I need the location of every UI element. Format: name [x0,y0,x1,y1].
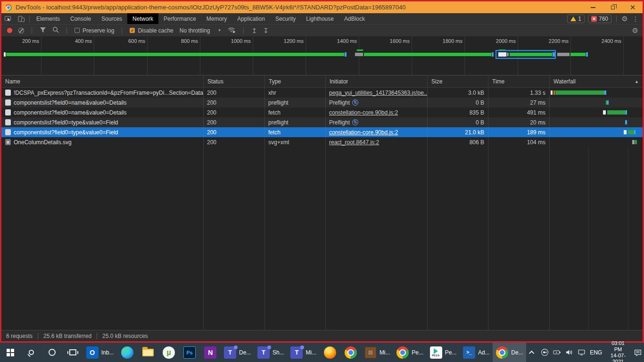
tab-lighthouse[interactable]: Lighthouse [301,13,339,24]
taskbar-clock[interactable]: 03:01 PM 14-07-2021 [604,343,632,362]
close-button[interactable]: ✕ [623,1,643,13]
network-overview-timeline[interactable]: 200 ms 400 ms 600 ms 800 ms 1000 ms 1200… [1,36,643,75]
volume-icon[interactable] [563,343,575,362]
taskbar-app-utorrent[interactable]: µ [158,343,179,362]
taskbar-app-teams-1[interactable]: T De... [221,343,254,362]
network-settings-gear-icon[interactable]: ⚙ [632,26,638,35]
column-header-size[interactable]: Size [427,75,488,87]
preserve-log-checkbox[interactable]: Preserve log [74,27,114,34]
export-har-icon[interactable]: ↧ [263,27,269,34]
column-header-waterfall[interactable]: Waterfall ▲ [549,75,643,87]
record-button[interactable] [7,28,12,33]
preflight-icon[interactable]: ⇅ [352,99,358,106]
taskbar-app-file-explorer[interactable] [138,343,158,362]
column-header-type[interactable]: Type [264,75,325,87]
column-separator[interactable] [264,88,265,330]
meet-now-icon[interactable] [538,343,551,362]
ruler-label: 400 ms [75,38,92,44]
more-options-icon[interactable]: ⋮ [631,15,640,23]
preflight-icon[interactable]: ⇅ [352,119,358,125]
powershell-icon: >_ [463,346,475,359]
minimize-button[interactable] [583,1,603,13]
errors-badge[interactable]: ✕ 760 [588,15,611,23]
settings-gear-icon[interactable]: ⚙ [618,15,631,23]
resources-size: 25.0 kB resources [102,333,148,339]
waterfall-cell [549,107,643,117]
taskbar-app-edge[interactable] [117,343,138,362]
task-view-button[interactable] [62,343,83,362]
disable-cache-checkbox[interactable]: ✓ Disable cache [130,27,173,34]
initiator-link[interactable]: pega_yui_utilities_14173645363.js!pe... [329,90,427,96]
taskbar-app-teams-2[interactable]: T Sh... [254,343,287,362]
tab-sources[interactable]: Sources [96,13,127,24]
teams-icon: T [257,346,270,359]
column-header-initiator[interactable]: Initiator [325,75,427,87]
taskbar-app-teams-3[interactable]: T Mi... [287,343,319,362]
throttling-dropdown[interactable]: No throttling ▼ [180,27,222,34]
clock-time: 03:01 PM [608,340,628,353]
filter-icon[interactable] [40,27,46,34]
sort-ascending-icon: ▲ [635,79,639,84]
taskbar-app-pega[interactable]: PEGA Pe... [427,343,460,362]
taskbar-app-minecraft[interactable]: Mi... [361,343,393,362]
action-center-icon[interactable] [632,343,644,362]
tab-memory[interactable]: Memory [201,13,232,24]
start-button[interactable] [0,343,21,362]
taskbar-app-chrome[interactable] [340,343,361,362]
network-icon[interactable] [575,343,587,362]
column-header-time[interactable]: Time [488,75,549,87]
divider [32,27,32,34]
taskbar-app-firefox[interactable] [320,343,340,362]
tab-security[interactable]: Security [270,13,301,24]
table-row-selected[interactable]: componentslist?field0=type&value0=Field … [1,127,643,137]
tab-adblock[interactable]: AdBlock [339,13,370,24]
taskbar-app-powershell[interactable]: >_ Ad... [460,343,493,362]
taskbar-app-photoshop[interactable]: Ps [179,343,200,362]
table-row[interactable]: !DCSPA_pxExpress?pzTransactionId=&pzFrom… [1,88,643,98]
table-row[interactable]: componentslist?field0=name&value0=Detail… [1,107,643,117]
tab-elements[interactable]: Elements [31,13,65,24]
column-separator[interactable] [325,88,326,330]
tray-expand-chevron-icon[interactable] [526,343,538,362]
initiator-link[interactable]: constellation-core.90bd.js:2 [329,129,398,136]
initiator-link[interactable]: react_root.8647.js:2 [329,139,379,146]
tab-console[interactable]: Console [65,13,96,24]
column-separator[interactable] [203,88,204,330]
battery-icon[interactable] [551,343,563,362]
taskbar-app-chrome-pe[interactable]: Pe... [393,343,426,362]
warnings-badge[interactable]: 1 [567,15,585,23]
checkbox-unchecked[interactable] [74,28,80,33]
checkbox-checked[interactable]: ✓ [130,28,135,33]
network-conditions-icon[interactable] [227,26,236,35]
taskbar-app-onenote[interactable]: N [200,343,221,362]
waterfall-cell [549,117,643,127]
inspect-element-icon[interactable] [1,13,15,24]
taskbar-cortana[interactable] [41,343,62,362]
taskbar-search[interactable] [21,343,41,362]
tab-performance[interactable]: Performance [158,13,201,24]
network-toolbar: Preserve log ✓ Disable cache No throttli… [1,25,643,36]
column-separator[interactable] [549,88,550,330]
device-toolbar-icon[interactable] [15,13,28,24]
tab-network[interactable]: Network [127,13,158,24]
clear-icon[interactable] [18,28,24,33]
table-row[interactable]: componentslist?field0=name&value0=Detail… [1,98,643,107]
image-icon [5,139,11,145]
taskbar-app-outlook[interactable]: O Inb... [83,343,117,362]
initiator-link[interactable]: constellation-core.90bd.js:2 [329,109,398,116]
column-header-name[interactable]: Name [1,75,203,87]
tab-application[interactable]: Application [232,13,270,24]
language-indicator[interactable]: ENG [587,343,604,362]
restore-button[interactable] [603,1,623,13]
column-separator[interactable] [427,88,428,330]
table-row[interactable]: OneColumnDetails.svg 200 svg+xml react_r… [1,137,643,147]
search-icon[interactable] [52,26,59,34]
taskbar-app-chrome-devtools-active[interactable]: De... [493,343,526,362]
import-har-icon[interactable]: ↥ [251,27,257,34]
overview-bar [553,52,555,57]
column-header-status[interactable]: Status [203,75,264,87]
teams-icon: T [224,346,236,359]
table-row[interactable]: componentslist?field0=type&value0=Field … [1,117,643,127]
column-separator[interactable] [488,88,488,330]
window-title: DevTools - localhost:9443/prweb/app/appl… [16,4,583,11]
